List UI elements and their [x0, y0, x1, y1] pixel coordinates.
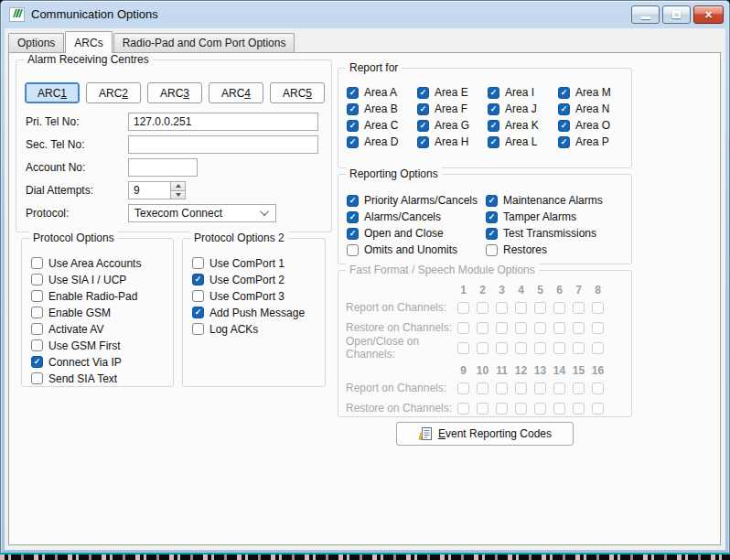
checkbox-omits-and-unomits[interactable]: Omits and Unomits — [347, 244, 486, 256]
checkbox-area-a[interactable]: ✓Area A — [347, 87, 417, 99]
checkbox-enable-gsm[interactable]: Enable GSM — [31, 307, 141, 318]
checkbox-area-f[interactable]: ✓Area F — [417, 103, 488, 115]
checkbox-area-j[interactable]: ✓Area J — [488, 103, 558, 115]
checkbox-box-icon — [534, 302, 546, 314]
tab-radio-pad-and-com-port-options[interactable]: Radio-Pad and Com Port Options — [113, 33, 295, 52]
checkbox-area-i[interactable]: ✓Area I — [488, 87, 558, 99]
checkbox-send-sia-text[interactable]: Send SIA Text — [31, 372, 141, 384]
dial-attempts-input[interactable] — [128, 181, 170, 199]
checkbox-box-icon: ✓ — [488, 136, 499, 148]
spinner-up-icon — [176, 184, 181, 188]
checkbox-alarms-cancels[interactable]: ✓Alarms/Cancels — [347, 211, 486, 223]
checkbox-box-icon — [534, 403, 546, 415]
arc-4-button[interactable]: ARC 4 — [209, 82, 263, 103]
maximize-button[interactable] — [662, 5, 691, 24]
checkbox-test-transmissions[interactable]: ✓Test Transmissions — [486, 228, 603, 240]
protocol-selected-value: Texecom Connect — [134, 207, 222, 220]
group-title: Fast Format / Speech Module Options — [346, 264, 539, 276]
checkbox-area-g[interactable]: ✓Area G — [417, 120, 488, 132]
group-title: Report for — [346, 61, 402, 74]
checkbox-connect-via-ip[interactable]: ✓Connect Via IP — [31, 356, 141, 368]
checkbox-label: Maintenance Alarms — [503, 194, 603, 207]
checkbox-activate-av[interactable]: Activate AV — [31, 323, 141, 335]
protocol-options-list: Use Area AccountsUse SIA I / UCPEnable R… — [31, 257, 141, 384]
checkbox-ff-restore-on-channels-b1-ch1 — [457, 322, 469, 334]
checkbox-box-icon: ✓ — [417, 120, 429, 132]
close-button[interactable]: × — [693, 5, 724, 24]
checkbox-area-k[interactable]: ✓Area K — [488, 120, 558, 132]
checkbox-box-icon: ✓ — [488, 103, 499, 115]
checkbox-ff-restore-on-channels-b1-ch3 — [496, 322, 508, 334]
dial-attempts-up-button[interactable] — [170, 181, 186, 191]
checkbox-use-comport-2[interactable]: ✓Use ComPort 2 — [192, 274, 305, 285]
account-no-input[interactable] — [128, 158, 198, 177]
checkbox-use-gsm-first[interactable]: Use GSM First — [31, 339, 141, 351]
checkbox-add-push-message[interactable]: ✓Add Push Message — [192, 307, 305, 318]
checkbox-use-area-accounts[interactable]: Use Area Accounts — [31, 257, 141, 269]
checkbox-box-icon: ✓ — [558, 120, 570, 132]
checkbox-ff-restore-on-channels-b1-ch8 — [592, 322, 604, 334]
checkbox-box-icon: ✓ — [347, 228, 359, 240]
checkbox-area-h[interactable]: ✓Area H — [417, 136, 488, 148]
checkbox-area-n[interactable]: ✓Area N — [558, 103, 628, 115]
dial-attempts-down-button[interactable] — [170, 191, 186, 200]
checkbox-label: Use ComPort 2 — [209, 274, 284, 286]
channel-8-header: 8 — [588, 284, 607, 296]
checkbox-area-c[interactable]: ✓Area C — [347, 120, 417, 132]
checkbox-area-m[interactable]: ✓Area M — [558, 87, 628, 99]
checkbox-box-icon — [486, 244, 498, 256]
checkbox-box-icon: ✓ — [192, 307, 204, 318]
checkbox-open-and-close[interactable]: ✓Open and Close — [347, 228, 486, 240]
sec-tel-no-input[interactable] — [128, 135, 318, 154]
checkbox-use-comport-3[interactable]: Use ComPort 3 — [192, 290, 305, 302]
event-reporting-codes-button[interactable]: Event Reporting Codes — [396, 422, 574, 446]
ff-cell — [588, 403, 607, 415]
checkbox-box-icon — [534, 342, 546, 354]
ff-row-open-close-on-channels-b1: Open/Close on Channels: — [346, 338, 607, 358]
checkbox-area-e[interactable]: ✓Area E — [417, 87, 488, 99]
desktop-background-strip — [0, 553, 730, 560]
checkbox-use-comport-1[interactable]: Use ComPort 1 — [192, 257, 305, 269]
checkbox-area-d[interactable]: ✓Area D — [347, 136, 417, 148]
arc-3-button[interactable]: ARC 3 — [147, 82, 202, 103]
checkbox-tamper-alarms[interactable]: ✓Tamper Alarms — [486, 211, 603, 223]
checkbox-box-icon — [457, 322, 469, 334]
checkbox-label: Alarms/Cancels — [364, 210, 441, 223]
protocol-select[interactable]: Texecom Connect — [128, 204, 276, 222]
checkbox-box-icon: ✓ — [31, 356, 43, 368]
checkbox-ff-report-on-channels-b1-ch3 — [496, 302, 508, 314]
checkbox-ff-report-on-channels-b2-ch10 — [477, 382, 488, 394]
ff-cell — [550, 342, 569, 354]
pri-tel-no-input[interactable] — [128, 113, 318, 131]
checkbox-ff-report-on-channels-b1-ch6 — [553, 302, 565, 314]
checkbox-label: Add Push Message — [209, 307, 305, 319]
arc-2-button[interactable]: ARC 2 — [86, 82, 141, 103]
checkbox-area-p[interactable]: ✓Area P — [558, 136, 628, 148]
checkbox-ff-restore-on-channels-b1-ch4 — [515, 322, 527, 334]
tab-arcs[interactable]: ARCs — [65, 31, 112, 53]
report-for-areas-grid: ✓Area A✓Area B✓Area C✓Area D✓Area E✓Area… — [347, 84, 628, 150]
checkbox-area-o[interactable]: ✓Area O — [558, 120, 628, 132]
checkbox-maintenance-alarms[interactable]: ✓Maintenance Alarms — [486, 195, 603, 207]
checkbox-box-icon — [192, 290, 204, 302]
arc-5-button[interactable]: ARC 5 — [270, 82, 325, 103]
event-reporting-codes-icon — [418, 427, 433, 441]
checkbox-box-icon — [496, 403, 508, 415]
checkbox-restores[interactable]: Restores — [486, 244, 603, 256]
checkbox-use-sia-i-ucp[interactable]: Use SIA I / UCP — [31, 274, 141, 285]
titlebar[interactable]: Communication Options × — [1, 1, 729, 27]
checkbox-area-l[interactable]: ✓Area L — [488, 136, 558, 148]
checkbox-area-b[interactable]: ✓Area B — [347, 103, 417, 115]
checkbox-enable-radio-pad[interactable]: Enable Radio-Pad — [31, 290, 141, 302]
tab-options[interactable]: Options — [8, 33, 64, 52]
checkbox-priority-alarms-cancels[interactable]: ✓Priority Alarms/Cancels — [347, 195, 486, 207]
ff-row-label: Open/Close on Channels: — [346, 335, 454, 361]
checkbox-log-acks[interactable]: Log ACKs — [192, 323, 305, 335]
minimize-button[interactable] — [631, 5, 660, 24]
checkbox-box-icon — [477, 382, 488, 394]
checkbox-ff-report-on-channels-b1-ch5 — [534, 302, 546, 314]
checkbox-box-icon — [592, 403, 604, 415]
group-title: Protocol Options 2 — [190, 232, 288, 244]
arc-1-button[interactable]: ARC 1 — [25, 82, 80, 103]
channel-7-header: 7 — [569, 284, 588, 296]
